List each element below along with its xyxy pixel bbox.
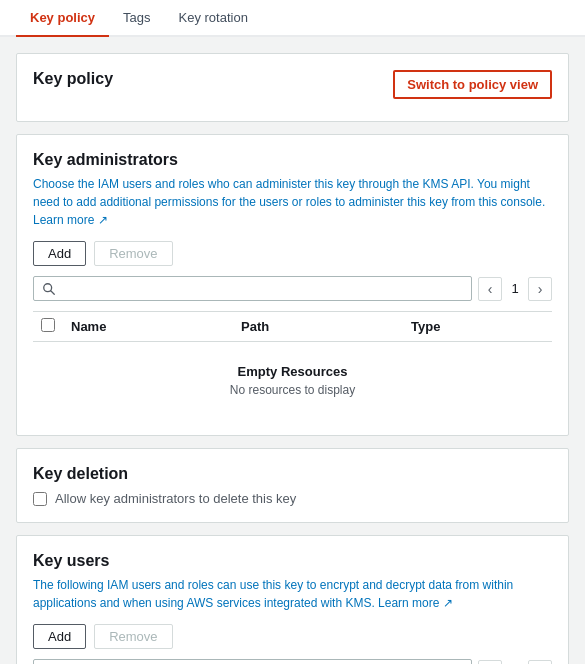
- admins-col-type: Type: [403, 312, 552, 342]
- admins-table: Name Path Type Empty Resources No resour…: [33, 311, 552, 419]
- key-deletion-title: Key deletion: [33, 465, 552, 483]
- users-remove-button: Remove: [94, 624, 172, 649]
- admins-search-input[interactable]: [62, 281, 463, 296]
- allow-deletion-checkbox[interactable]: [33, 492, 47, 506]
- key-administrators-card: Key administrators Choose the IAM users …: [16, 134, 569, 436]
- admins-empty-state: Empty Resources No resources to display: [41, 348, 544, 413]
- key-policy-card: Key policy Switch to policy view: [16, 53, 569, 122]
- main-content: Key policy Switch to policy view Key adm…: [0, 37, 585, 664]
- deletion-checkbox-row: Allow key administrators to delete this …: [33, 491, 552, 506]
- admins-prev-page-button[interactable]: ‹: [478, 277, 502, 301]
- users-next-page-button[interactable]: ›: [528, 660, 552, 665]
- admins-remove-button: Remove: [94, 241, 172, 266]
- tab-key-policy[interactable]: Key policy: [16, 0, 109, 37]
- allow-deletion-label: Allow key administrators to delete this …: [55, 491, 296, 506]
- admins-select-all-checkbox[interactable]: [41, 318, 55, 332]
- admins-btn-row: Add Remove: [33, 241, 552, 266]
- admins-page-number: 1: [506, 281, 524, 296]
- users-prev-page-button[interactable]: ‹: [478, 660, 502, 665]
- admins-next-page-button[interactable]: ›: [528, 277, 552, 301]
- learn-more-admins-link[interactable]: ↗: [98, 213, 108, 227]
- admins-col-name: Name: [63, 312, 233, 342]
- admins-pagination: ‹ 1 ›: [478, 277, 552, 301]
- tab-key-rotation[interactable]: Key rotation: [165, 0, 262, 37]
- key-users-card: Key users The following IAM users and ro…: [16, 535, 569, 664]
- tabs-bar: Key policy Tags Key rotation: [0, 0, 585, 37]
- key-users-description: The following IAM users and roles can us…: [33, 576, 552, 612]
- key-policy-header: Key policy Switch to policy view: [33, 70, 552, 99]
- svg-line-1: [51, 290, 55, 294]
- key-administrators-description: Choose the IAM users and roles who can a…: [33, 175, 552, 229]
- users-search-row: ‹ 1 ›: [33, 659, 552, 664]
- admins-search-row: ‹ 1 ›: [33, 276, 552, 301]
- admins-add-button[interactable]: Add: [33, 241, 86, 266]
- admins-col-path: Path: [233, 312, 403, 342]
- key-deletion-card: Key deletion Allow key administrators to…: [16, 448, 569, 523]
- admins-search-box: [33, 276, 472, 301]
- admins-empty-row: Empty Resources No resources to display: [33, 342, 552, 420]
- users-search-box: [33, 659, 472, 664]
- key-administrators-title: Key administrators: [33, 151, 552, 169]
- admins-empty-title: Empty Resources: [49, 364, 536, 379]
- tab-tags[interactable]: Tags: [109, 0, 164, 37]
- key-policy-title: Key policy: [33, 70, 113, 88]
- learn-more-users-link[interactable]: ↗: [443, 596, 453, 610]
- users-pagination: ‹ 1 ›: [478, 660, 552, 665]
- admins-search-icon: [42, 282, 56, 296]
- admins-select-all-header: [33, 312, 63, 342]
- admins-table-header-row: Name Path Type: [33, 312, 552, 342]
- users-add-button[interactable]: Add: [33, 624, 86, 649]
- users-btn-row: Add Remove: [33, 624, 552, 649]
- admins-empty-desc: No resources to display: [49, 383, 536, 397]
- switch-to-policy-view-button[interactable]: Switch to policy view: [393, 70, 552, 99]
- key-users-title: Key users: [33, 552, 552, 570]
